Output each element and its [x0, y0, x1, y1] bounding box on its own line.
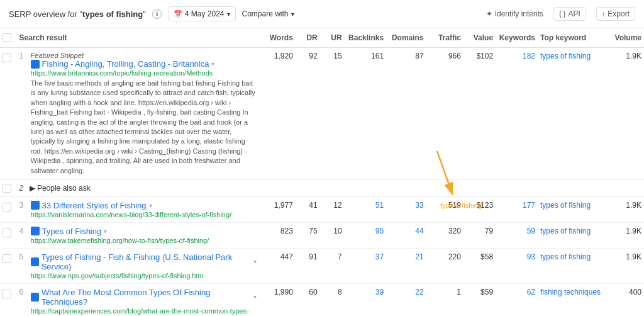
favicon — [31, 60, 40, 69]
domains-cell: 21 — [386, 248, 426, 283]
col-header-topkeyword: Top keyword — [538, 28, 609, 48]
result-num: 5 — [19, 252, 28, 261]
backlinks-cell: 51 — [345, 196, 387, 222]
api-icon: { } — [559, 10, 565, 18]
top-keyword-cell: types of fishing — [538, 248, 609, 283]
row-checkbox[interactable] — [0, 48, 16, 180]
top-keyword-link[interactable]: fishing techniques — [540, 288, 601, 296]
table-row: 1 Featured Snippet Fishing - Angling, Tr… — [0, 48, 644, 180]
table-row: 4 Types of Fishing ▾ https://www.takemef… — [0, 222, 644, 248]
domains-cell: 33 — [386, 196, 426, 222]
result-url: https://captainexperiences.com/blog/what… — [31, 307, 257, 316]
people-ask-cell: 2 ▶ People also ask — [16, 179, 609, 196]
top-keyword-link[interactable]: types of fishing — [540, 227, 591, 235]
volume-cell: 1.9K — [609, 248, 644, 283]
result-num: 6 — [19, 288, 28, 296]
dropdown-arrow[interactable]: ▾ — [104, 228, 107, 235]
col-header-traffic: Traffic — [426, 28, 464, 48]
result-num: 1 — [19, 52, 28, 60]
words-cell: 823 — [260, 222, 296, 248]
top-keyword-cell: fishing techniques — [538, 283, 609, 316]
col-header-value: Value — [464, 28, 496, 48]
result-cell: 4 Types of Fishing ▾ https://www.takemef… — [16, 222, 260, 248]
col-header-backlinks: Backlinks — [345, 28, 387, 48]
row-checkbox[interactable] — [0, 196, 16, 222]
result-num: 4 — [19, 227, 28, 235]
domains-cell: 44 — [386, 222, 426, 248]
result-title-link[interactable]: Types of Fishing - Fish & Fishing (U.S. … — [42, 252, 251, 271]
dropdown-arrow[interactable]: ▾ — [149, 202, 152, 209]
result-url: https://www.nps.gov/subjects/fishing/typ… — [31, 272, 257, 279]
dropdown-arrow[interactable]: ▾ — [211, 60, 214, 67]
dr-cell: 60 — [296, 283, 320, 316]
backlinks-cell: 161 — [345, 48, 387, 180]
identify-intents-button[interactable]: ✦ Identify intents — [486, 9, 543, 18]
ur-cell: 8 — [320, 283, 345, 316]
result-title-link[interactable]: Types of Fishing — [42, 227, 102, 236]
featured-snippet-badge: Featured Snippet — [31, 52, 257, 59]
ur-cell: 12 — [320, 196, 345, 222]
serp-table: Search result Words DR UR Backlinks Doma… — [0, 28, 644, 316]
words-cell: 447 — [260, 248, 296, 283]
backlinks-cell: 37 — [345, 248, 387, 283]
api-button[interactable]: { } API — [553, 7, 586, 21]
words-cell: 1,990 — [260, 283, 296, 316]
chevron-down-icon: ▾ — [227, 11, 230, 18]
words-cell: 1,977 — [260, 196, 296, 222]
row-checkbox[interactable] — [0, 222, 16, 248]
col-header-result: Search result — [16, 28, 260, 48]
keywords-cell: 59 — [496, 222, 538, 248]
result-url: https://vanislemarina.com/news-blog/33-d… — [31, 211, 232, 218]
compare-button[interactable]: Compare with ▾ — [242, 9, 294, 18]
favicon — [31, 201, 40, 210]
compare-chevron-icon: ▾ — [291, 11, 294, 18]
keywords-cell: 177 — [496, 196, 538, 222]
header: SERP overview for "types of fishing" ℹ 📅… — [0, 0, 644, 28]
export-icon: ↑ — [602, 10, 606, 18]
result-title-link[interactable]: 33 Different Styles of Fishing — [42, 201, 147, 210]
domains-cell: 22 — [386, 283, 426, 316]
result-snippet: The five basic methods of angling are ba… — [31, 79, 257, 176]
result-cell: 5 Types of Fishing - Fish & Fishing (U.S… — [16, 248, 260, 283]
dropdown-arrow[interactable]: ▾ — [253, 258, 257, 265]
value-cell: 79 — [464, 222, 496, 248]
top-keyword-cell: types of fishing — [538, 222, 609, 248]
favicon — [31, 257, 39, 266]
top-keyword-link[interactable]: types of fishing — [540, 252, 591, 261]
result-title-link[interactable]: What Are The Most Common Types Of Fishin… — [42, 288, 250, 307]
row-checkbox[interactable] — [0, 179, 16, 196]
traffic-cell: 320 — [426, 222, 464, 248]
volume-cell: 1.9K — [609, 48, 644, 180]
result-cell: 3 33 Different Styles of Fishing ▾ https… — [16, 196, 260, 222]
table-wrapper: Search result Words DR UR Backlinks Doma… — [0, 28, 644, 316]
traffic-cell: 220 — [426, 248, 464, 283]
col-header-volume: Volume — [609, 28, 644, 48]
result-title-link[interactable]: Fishing - Angling, Trolling, Casting - B… — [42, 59, 209, 69]
keywords-cell: 62 — [496, 283, 538, 316]
keywords-cell: 93 — [496, 248, 538, 283]
top-keyword-link[interactable]: types of fishing — [540, 201, 591, 210]
table-row: 5 Types of Fishing - Fish & Fishing (U.S… — [0, 248, 644, 283]
domains-cell: 87 — [386, 48, 426, 180]
ur-cell: 15 — [320, 48, 345, 180]
info-icon[interactable]: ℹ — [152, 9, 162, 19]
backlinks-cell: 39 — [345, 283, 387, 316]
row-checkbox[interactable] — [0, 248, 16, 283]
volume-cell: 1.9K — [609, 222, 644, 248]
header-title: SERP overview for "types of fishing" — [9, 9, 146, 19]
value-cell: $123 — [464, 196, 496, 222]
traffic-cell: 1 — [426, 283, 464, 316]
col-header-words: Words — [260, 28, 296, 48]
col-header-domains: Domains — [386, 28, 426, 48]
result-cell: 6 What Are The Most Common Types Of Fish… — [16, 283, 260, 316]
dr-cell: 92 — [296, 48, 320, 180]
date-button[interactable]: 📅 4 May 2024 ▾ — [168, 6, 236, 21]
table-row: 6 What Are The Most Common Types Of Fish… — [0, 283, 644, 316]
dropdown-arrow[interactable]: ▾ — [253, 293, 257, 300]
select-all-checkbox[interactable] — [0, 28, 16, 48]
result-cell: 1 Featured Snippet Fishing - Angling, Tr… — [16, 48, 260, 180]
calendar-icon: 📅 — [174, 10, 182, 18]
export-button[interactable]: ↑ Export — [596, 7, 635, 21]
top-keyword-link[interactable]: types of fishing — [540, 52, 591, 60]
row-checkbox[interactable] — [0, 283, 16, 316]
